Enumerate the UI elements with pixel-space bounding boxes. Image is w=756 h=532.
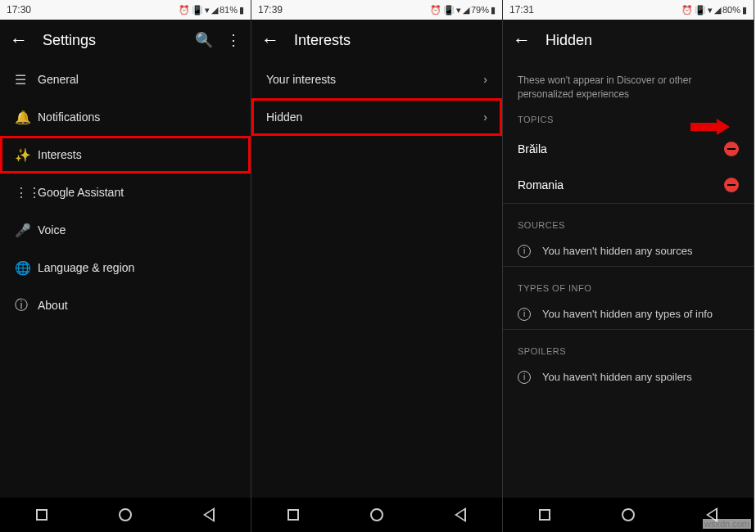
info-icon: i — [518, 308, 531, 321]
status-bar: 17:39 ⏰ 📳 ▾ ◢ 79% ▮ — [251, 0, 502, 20]
status-icons: ⏰ 📳 ▾ ◢ 81% ▮ — [179, 5, 244, 16]
remove-topic-button[interactable] — [724, 178, 739, 192]
nav-recents-icon[interactable] — [287, 509, 299, 521]
page-title: Interests — [294, 32, 351, 49]
signal-icon: ◢ — [463, 5, 469, 16]
screen-settings: 17:30 ⏰ 📳 ▾ ◢ 81% ▮ ← Settings 🔍 ⋮ ☰ Gen… — [0, 0, 251, 532]
settings-list: ☰ General 🔔 Notifications ✨ Interests ⋮⋮… — [0, 61, 251, 498]
back-icon[interactable]: ← — [261, 31, 279, 49]
remove-topic-button[interactable] — [724, 142, 739, 156]
screen-hidden: 17:31 ⏰ 📳 ▾ ◢ 80% ▮ ← Hidden These won't… — [503, 0, 754, 532]
section-header-spoilers: SPOILERS — [503, 329, 754, 363]
status-time: 17:30 — [7, 4, 31, 16]
chevron-right-icon: › — [483, 73, 487, 86]
alarm-icon: ⏰ — [681, 5, 693, 16]
interests-item-your-interests[interactable]: Your interests › — [251, 61, 502, 98]
battery-icon: ▮ — [491, 5, 496, 16]
empty-text: You haven't hidden any spoilers — [542, 371, 692, 383]
interests-list: Your interests › Hidden › — [251, 61, 502, 498]
app-bar: ← Interests — [251, 20, 502, 61]
topic-name: Brăila — [518, 142, 724, 156]
nav-back-icon[interactable] — [203, 507, 215, 522]
nav-recents-icon[interactable] — [539, 509, 550, 521]
wifi-icon: ▾ — [708, 5, 713, 16]
watermark: wsxdn.com — [703, 519, 751, 529]
settings-item-language[interactable]: 🌐 Language & region — [0, 249, 251, 286]
app-bar: ← Hidden — [503, 20, 754, 61]
nav-bar — [0, 498, 251, 532]
status-icons: ⏰ 📳 ▾ ◢ 79% ▮ — [430, 5, 496, 16]
topic-row[interactable]: Brăila — [503, 131, 754, 167]
settings-item-notifications[interactable]: 🔔 Notifications — [0, 98, 251, 136]
list-item-label: Hidden — [266, 110, 483, 124]
status-bar: 17:31 ⏰ 📳 ▾ ◢ 80% ▮ — [503, 0, 754, 20]
assist-icon: ⋮⋮ — [15, 185, 38, 201]
hidden-content: These won't appear in Discover or other … — [503, 61, 754, 498]
status-icons: ⏰ 📳 ▾ ◢ 80% ▮ — [681, 5, 747, 16]
overflow-icon[interactable]: ⋮ — [226, 31, 241, 49]
info-icon: ⓘ — [15, 297, 38, 314]
section-header-types: TYPES OF INFO — [503, 266, 754, 300]
section-header-sources: SOURCES — [503, 203, 754, 237]
mic-icon: 🎤 — [15, 223, 38, 238]
empty-state-sources: i You haven't hidden any sources — [503, 237, 754, 266]
status-time: 17:39 — [258, 4, 283, 16]
section-header-topics: TOPICS — [503, 110, 754, 131]
nav-home-icon[interactable] — [370, 508, 383, 521]
settings-item-label: Google Assistant — [38, 186, 236, 199]
empty-text: You haven't hidden any sources — [542, 245, 692, 257]
nav-back-icon[interactable] — [455, 507, 466, 522]
settings-item-assistant[interactable]: ⋮⋮ Google Assistant — [0, 174, 251, 211]
signal-icon: ◢ — [211, 5, 218, 16]
chevron-right-icon: › — [483, 110, 487, 124]
app-bar: ← Settings 🔍 ⋮ — [0, 20, 251, 61]
settings-item-about[interactable]: ⓘ About — [0, 286, 251, 324]
info-icon: i — [518, 245, 531, 258]
wifi-icon: ▾ — [456, 5, 461, 16]
nav-bar — [251, 498, 502, 532]
list-item-label: Your interests — [266, 73, 483, 86]
empty-state-types: i You haven't hidden any types of info — [503, 300, 754, 329]
screen-interests: 17:39 ⏰ 📳 ▾ ◢ 79% ▮ ← Interests Your int… — [251, 0, 503, 532]
bell-icon: 🔔 — [15, 110, 38, 125]
nav-home-icon[interactable] — [622, 508, 635, 521]
back-icon[interactable]: ← — [513, 31, 531, 49]
page-title: Hidden — [545, 32, 592, 49]
status-bar: 17:30 ⏰ 📳 ▾ ◢ 81% ▮ — [0, 0, 251, 20]
settings-item-voice[interactable]: 🎤 Voice — [0, 211, 251, 249]
alarm-icon: ⏰ — [179, 5, 190, 16]
empty-state-spoilers: i You haven't hidden any spoilers — [503, 363, 754, 392]
vibrate-icon: 📳 — [443, 5, 455, 16]
interests-item-hidden[interactable]: Hidden › — [251, 98, 502, 136]
settings-item-label: Language & region — [38, 261, 236, 274]
nav-recents-icon[interactable] — [36, 509, 48, 521]
wand-icon: ✨ — [15, 147, 38, 163]
settings-item-interests[interactable]: ✨ Interests — [0, 136, 251, 174]
wifi-icon: ▾ — [205, 5, 210, 16]
globe-icon: 🌐 — [15, 260, 38, 276]
battery-icon: ▮ — [742, 5, 747, 16]
info-icon: i — [518, 371, 531, 384]
search-icon[interactable]: 🔍 — [195, 31, 213, 49]
empty-text: You haven't hidden any types of info — [542, 308, 713, 320]
battery-text: 80% — [722, 5, 740, 15]
topic-row[interactable]: Romania — [503, 167, 754, 203]
settings-item-general[interactable]: ☰ General — [0, 61, 251, 98]
settings-item-label: Interests — [38, 148, 236, 161]
signal-icon: ◢ — [714, 5, 721, 16]
page-title: Settings — [43, 32, 96, 49]
hidden-description: These won't appear in Discover or other … — [503, 61, 754, 110]
battery-text: 79% — [471, 5, 489, 15]
battery-text: 81% — [220, 5, 238, 15]
vibrate-icon: 📳 — [695, 5, 706, 16]
back-icon[interactable]: ← — [10, 31, 28, 49]
settings-item-label: About — [38, 299, 236, 312]
vibrate-icon: 📳 — [192, 5, 203, 16]
nav-home-icon[interactable] — [119, 508, 132, 521]
topic-name: Romania — [518, 178, 724, 192]
battery-icon: ▮ — [239, 5, 244, 16]
settings-item-label: Notifications — [38, 110, 236, 124]
sliders-icon: ☰ — [15, 72, 38, 88]
settings-item-label: General — [38, 73, 236, 86]
status-time: 17:31 — [509, 4, 534, 16]
